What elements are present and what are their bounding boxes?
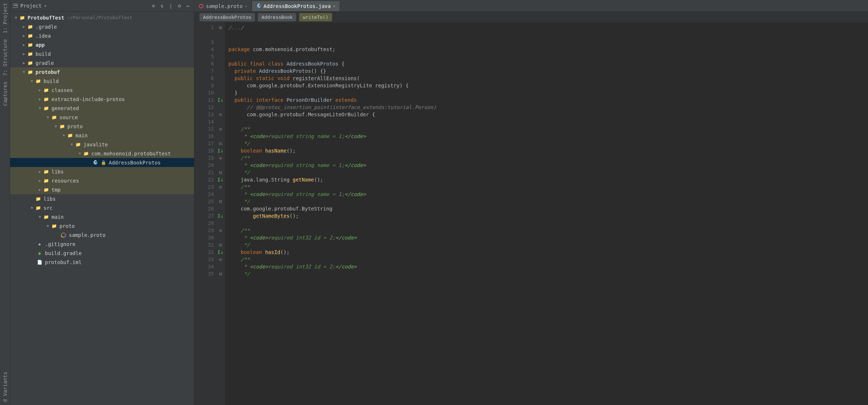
code-content[interactable]: /.../ package com.mohsenoid.protobuftest… <box>225 22 868 405</box>
target-icon[interactable]: ⊕ <box>150 3 156 9</box>
proto-file-icon <box>199 4 204 9</box>
tree-item[interactable]: sample.proto <box>10 230 194 239</box>
breadcrumbs: AddressBookProtos AddressBook writeTo() <box>194 12 868 22</box>
svg-text:C: C <box>94 160 97 165</box>
tree-item[interactable]: ▼📁main <box>10 212 194 221</box>
editor-tabs: sample.proto× CAddressBookProtos.java× <box>194 0 868 12</box>
gear-icon[interactable]: ⚙ <box>177 3 182 9</box>
code-editor[interactable]: 1 34567891011121314151617181920212223242… <box>194 22 868 405</box>
variants-tool-button[interactable]: d Variants <box>2 372 8 402</box>
project-tool-button[interactable]: 1: Project <box>2 3 8 33</box>
gitignore-icon: ◈ <box>36 241 43 247</box>
project-icon <box>13 3 18 8</box>
tree-item[interactable]: 📄protobuf.iml <box>10 258 194 267</box>
tree-item[interactable]: ▼📁protobuf <box>10 67 194 76</box>
tree-item[interactable]: ▼📁javalite <box>10 140 194 149</box>
tree-item-selected[interactable]: C🔒AddressBookProtos <box>10 158 194 167</box>
editor-area: sample.proto× CAddressBookProtos.java× A… <box>194 0 868 405</box>
tab-addressbookprotos[interactable]: CAddressBookProtos.java× <box>252 1 340 11</box>
svg-text:C: C <box>257 4 260 8</box>
iml-icon: 📄 <box>36 259 43 266</box>
tree-item[interactable]: ◈.gitignore <box>10 239 194 249</box>
tree-item[interactable]: ▶📁build <box>10 49 194 58</box>
tree-item[interactable]: ▶📁libs <box>10 167 194 176</box>
svg-rect-1 <box>14 5 17 6</box>
tree-item[interactable]: ▼📁build <box>10 76 194 85</box>
tool-window-bar: 1: Project 7: Structure Captures d Varia… <box>0 0 10 405</box>
structure-tool-button[interactable]: 7: Structure <box>2 39 8 76</box>
crumb[interactable]: AddressBook <box>258 13 296 21</box>
proto-file-icon <box>60 232 67 238</box>
tree-item[interactable]: ▶📁resources <box>10 176 194 185</box>
panel-title[interactable]: Project ▾ <box>13 3 47 9</box>
java-class-icon: C <box>92 159 99 166</box>
project-panel: Project ▾ ⊕ ⇅ | ⚙ ⇤ ▼📁ProtobufTest~/Pers… <box>10 0 194 405</box>
tree-item[interactable]: ▼📁main <box>10 131 194 140</box>
tree-item[interactable]: ▼📁proto <box>10 221 194 230</box>
tree-root[interactable]: ▼📁ProtobufTest~/Personal/ProtobufTest <box>10 13 194 22</box>
tree-item[interactable]: ▼📁com.mohsenoid.protobuftest <box>10 149 194 158</box>
hide-icon[interactable]: ⇤ <box>185 3 191 9</box>
tree-item[interactable]: ▶📁.idea <box>10 31 194 40</box>
tree-item[interactable]: ▶📁tmp <box>10 185 194 194</box>
tree-item[interactable]: ▼📁proto <box>10 122 194 131</box>
panel-header: Project ▾ ⊕ ⇅ | ⚙ ⇤ <box>10 0 194 12</box>
tree-item[interactable]: ▼📁src <box>10 203 194 212</box>
crumb-active[interactable]: writeTo() <box>299 13 332 21</box>
divider-icon: | <box>168 3 174 9</box>
implement-icon[interactable]: I↓ <box>216 147 225 154</box>
tree-item[interactable]: ▶📁extracted-include-protos <box>10 95 194 104</box>
tree-item[interactable]: ▶📁.gradle <box>10 22 194 31</box>
implement-icon[interactable]: I↓ <box>216 249 225 256</box>
captures-tool-button[interactable]: Captures <box>2 82 8 106</box>
gradle-icon: ◉ <box>36 250 43 256</box>
project-tree[interactable]: ▼📁ProtobufTest~/Personal/ProtobufTest ▶📁… <box>10 12 194 405</box>
close-icon[interactable]: × <box>333 4 335 9</box>
crumb[interactable]: AddressBookProtos <box>199 13 255 21</box>
tree-item[interactable]: ▶📁app <box>10 40 194 49</box>
java-class-icon: C <box>256 4 261 9</box>
gutter-marks: ⊞ I↓ ⊖ ⊖ ⊟I↓⊖ ⊟I↓⊖ ⊟ I↓ ⊖ ⊟I↓⊖ ⊟ <box>216 22 225 405</box>
tree-item[interactable]: ▶📁gradle <box>10 58 194 67</box>
tab-sample-proto[interactable]: sample.proto× <box>194 1 252 11</box>
implement-icon[interactable]: I↓ <box>216 176 225 183</box>
collapse-icon[interactable]: ⇅ <box>159 3 165 9</box>
tree-item[interactable]: ◉build.gradle <box>10 249 194 258</box>
svg-point-8 <box>199 4 203 8</box>
lock-icon: 🔒 <box>100 159 107 166</box>
tree-item[interactable]: 📁libs <box>10 194 194 203</box>
tree-item[interactable]: ▼📁generated <box>10 104 194 113</box>
close-icon[interactable]: × <box>245 4 247 9</box>
tree-item[interactable]: ▼📁source <box>10 113 194 122</box>
implement-icon[interactable]: I↓ <box>216 212 225 220</box>
line-numbers: 1 34567891011121314151617181920212223242… <box>194 22 216 405</box>
tree-item[interactable]: ▶📁classes <box>10 85 194 95</box>
implement-icon[interactable]: I↓ <box>216 96 225 104</box>
